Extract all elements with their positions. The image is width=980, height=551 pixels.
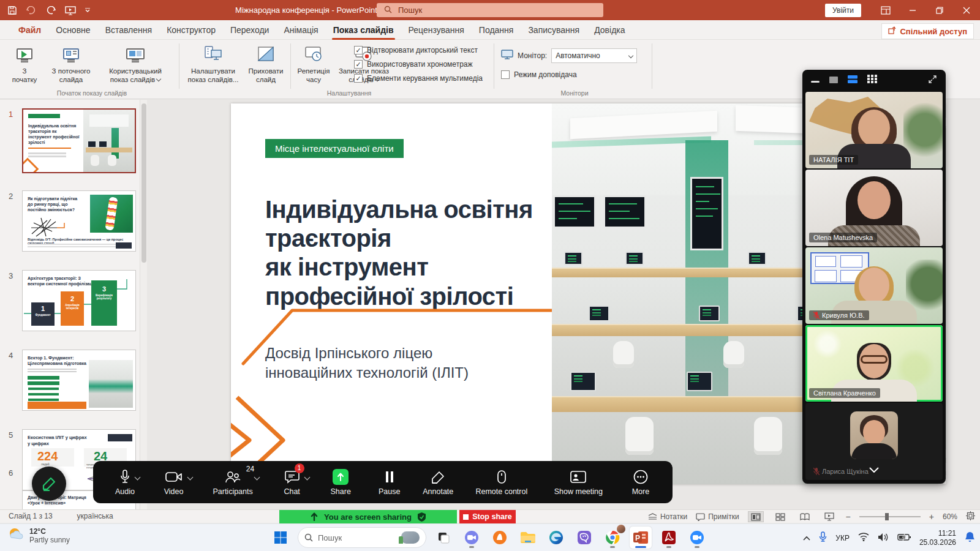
pause-button[interactable]: Pause xyxy=(374,469,405,496)
share-button[interactable]: Share xyxy=(325,469,356,496)
thumbnail-scrollbar[interactable] xyxy=(140,100,147,509)
gallery-view-icon[interactable] xyxy=(867,75,877,86)
participants-button[interactable]: 24 Participants xyxy=(206,469,259,496)
titlebar-search[interactable]: Пошук xyxy=(377,3,603,17)
minimize-button[interactable] xyxy=(899,0,926,20)
clock[interactable]: 11:21 25.03.2026 xyxy=(919,529,956,547)
tab-view[interactable]: Подання xyxy=(472,20,521,40)
avast-icon[interactable] xyxy=(489,527,511,549)
tab-insert[interactable]: Вставлення xyxy=(98,20,160,40)
file-explorer-icon[interactable] xyxy=(517,527,539,549)
expand-panel-icon[interactable] xyxy=(928,75,937,86)
security-shield-icon[interactable] xyxy=(418,512,426,522)
redo-icon[interactable] xyxy=(45,6,56,15)
custom-slideshow-button[interactable]: Користувацький показ слайдів xyxy=(99,43,172,84)
from-beginning-button[interactable]: З початку xyxy=(7,43,42,84)
minimize-panel-icon[interactable] xyxy=(811,75,820,86)
sign-in-button[interactable]: Увійти xyxy=(825,4,861,17)
microphone-active-icon[interactable] xyxy=(819,531,827,544)
speaker-view-icon[interactable] xyxy=(829,75,838,86)
chat-button[interactable]: 1 Chat xyxy=(276,469,308,496)
notes-button[interactable]: Нотатки xyxy=(648,512,687,521)
chrome-icon[interactable] xyxy=(601,527,624,549)
tab-design[interactable]: Конструктор xyxy=(159,20,223,40)
share-access-button[interactable]: Спільний доступ xyxy=(881,23,974,39)
zoom-out-button[interactable]: − xyxy=(846,512,851,522)
comments-button[interactable]: Примітки xyxy=(696,512,739,521)
monitor-select[interactable]: Автоматично xyxy=(551,48,637,63)
notification-bell-icon[interactable] xyxy=(965,531,975,544)
close-button[interactable] xyxy=(953,0,980,20)
thumbnail-slide-2[interactable]: 2 Як підготувати підлітка до ринку праці… xyxy=(22,190,136,252)
rehearse-timings-button[interactable]: Репетиція часу xyxy=(294,43,333,84)
chevron-down-icon[interactable] xyxy=(135,474,141,480)
stop-share-button[interactable]: Stop share xyxy=(459,510,516,523)
participant-tile-active-speaker[interactable]: Світлана Кравченко xyxy=(805,325,943,402)
taskbar-search[interactable]: Пошук xyxy=(298,527,426,548)
zoom-slider[interactable] xyxy=(859,516,921,517)
tab-review[interactable]: Рецензування xyxy=(401,20,472,40)
normal-view-button[interactable] xyxy=(748,511,764,522)
chevron-down-icon[interactable] xyxy=(187,474,193,480)
presenter-view-checkbox[interactable]: Режим доповідача xyxy=(501,70,577,79)
participant-tile[interactable]: Olena Matushevska xyxy=(805,170,943,246)
language-indicator[interactable]: українська xyxy=(77,512,113,520)
setup-slideshow-button[interactable]: Налаштувати показ слайдів... xyxy=(184,43,243,84)
tab-slideshow[interactable]: Показ слайдів xyxy=(326,20,401,40)
participant-tile[interactable]: НАТАЛІЯ ТІТ xyxy=(805,92,943,168)
timings-checkbox[interactable]: Використовувати хронометраж xyxy=(354,60,483,69)
tab-animations[interactable]: Анімація xyxy=(276,20,325,40)
hide-slide-button[interactable]: Приховати слайд xyxy=(244,43,288,84)
fit-to-window-icon[interactable] xyxy=(966,511,975,522)
keyboard-language[interactable]: УКР xyxy=(835,534,850,542)
ribbon-display-options-icon[interactable] xyxy=(872,0,899,20)
thumbnail-slide-3[interactable]: 3 Архітектура траєкторії: З вектори сист… xyxy=(22,270,136,331)
edge-icon[interactable] xyxy=(545,527,567,549)
task-view-button[interactable] xyxy=(432,527,454,549)
save-icon[interactable] xyxy=(7,6,17,15)
undo-icon[interactable] xyxy=(26,6,37,15)
powerpoint-icon[interactable]: P xyxy=(630,527,652,549)
video-button[interactable]: Video xyxy=(158,469,190,496)
narration-checkbox[interactable]: Відтворювати дикторський текст xyxy=(354,46,483,54)
zoom-in-button[interactable]: + xyxy=(929,512,934,522)
tray-chevron-icon[interactable] xyxy=(803,534,810,542)
zoom-app-icon[interactable] xyxy=(686,527,708,549)
teams-chat-icon[interactable] xyxy=(461,527,483,549)
reading-view-button[interactable] xyxy=(797,511,813,522)
tab-help[interactable]: Довідка xyxy=(587,20,632,40)
thumbnail-slide-4[interactable]: 4 Вектор 1. Фундамент: Цілеспрямована пі… xyxy=(22,350,136,411)
wifi-icon[interactable] xyxy=(858,533,869,543)
restore-button[interactable] xyxy=(926,0,953,20)
tab-recording[interactable]: Записування xyxy=(521,20,587,40)
viber-icon[interactable] xyxy=(573,527,595,549)
start-button[interactable] xyxy=(270,527,292,549)
battery-icon[interactable] xyxy=(897,533,911,543)
chevron-down-icon[interactable] xyxy=(254,474,260,480)
media-controls-checkbox[interactable]: Елементи керування мультимедіа xyxy=(354,74,483,83)
chevron-down-icon[interactable] xyxy=(304,474,310,480)
annotation-fab[interactable] xyxy=(32,467,66,501)
participant-tile[interactable]: Кривуля Ю.В. xyxy=(805,247,943,324)
strip-view-icon[interactable] xyxy=(848,75,858,86)
slideshow-view-button[interactable] xyxy=(821,511,837,522)
participant-tile-camera-off[interactable]: Лариса Щукіна xyxy=(805,403,943,480)
tab-file[interactable]: Файл xyxy=(11,20,48,40)
customize-qat-icon[interactable] xyxy=(85,8,91,13)
more-participants-chevron-icon[interactable] xyxy=(869,464,879,475)
thumbnail-slide-1[interactable]: 1 Індивідуальна освітня траєкторія як ін… xyxy=(22,108,136,173)
show-meeting-button[interactable]: Show meeting xyxy=(549,469,608,496)
volume-icon[interactable] xyxy=(878,533,889,544)
acrobat-icon[interactable] xyxy=(658,527,680,549)
zoom-level[interactable]: 60% xyxy=(943,512,957,521)
more-button[interactable]: More xyxy=(625,469,657,496)
slide-sorter-view-button[interactable] xyxy=(772,511,788,522)
weather-widget[interactable]: 12°CPartly sunny xyxy=(7,527,70,544)
start-slideshow-icon[interactable] xyxy=(65,6,76,15)
annotate-button[interactable]: Annotate xyxy=(422,469,454,496)
remote-control-button[interactable]: Remote control xyxy=(471,469,532,496)
tab-home[interactable]: Основне xyxy=(48,20,97,40)
audio-button[interactable]: Audio xyxy=(109,469,141,496)
from-current-slide-button[interactable]: З поточного слайда xyxy=(44,43,98,84)
tab-transitions[interactable]: Переходи xyxy=(223,20,276,40)
